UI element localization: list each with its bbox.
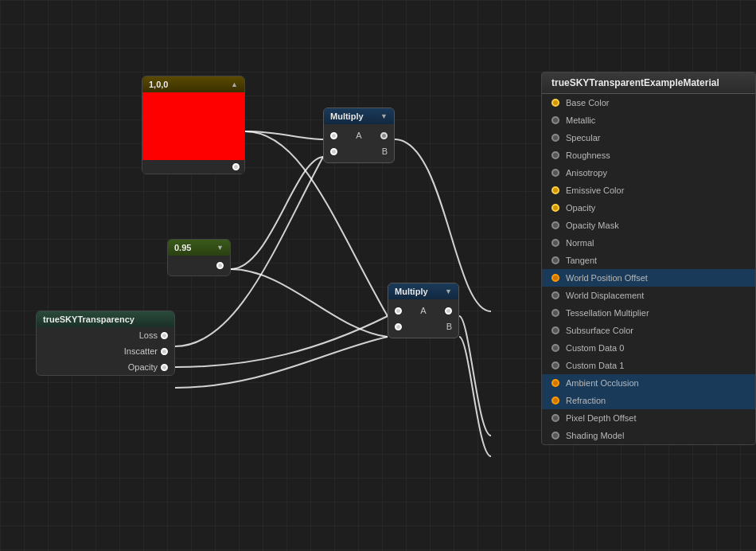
- pin-opacity[interactable]: Opacity: [542, 199, 755, 217]
- loss-output-pin[interactable]: [161, 332, 168, 339]
- pin-world-displacement[interactable]: World Displacement: [542, 287, 755, 304]
- pin-circle-base-color: [551, 99, 559, 107]
- pin-base-color[interactable]: Base Color: [542, 94, 755, 111]
- pin-label-custom1: Custom Data 1: [566, 361, 624, 370]
- pin-refraction[interactable]: Refraction: [542, 392, 755, 409]
- pin-label-normal: Normal: [566, 238, 594, 248]
- material-panel[interactable]: trueSKYTransparentExampleMaterial Base C…: [541, 72, 756, 445]
- pin-emissive-color[interactable]: Emissive Color: [542, 182, 755, 199]
- multiply-node-2[interactable]: Multiply ▼ A B: [388, 283, 459, 338]
- opacity-output-pin[interactable]: [161, 364, 168, 371]
- pin-tangent[interactable]: Tangent: [542, 252, 755, 269]
- multiply1-body: A B: [324, 124, 394, 162]
- pin-metallic[interactable]: Metallic: [542, 111, 755, 129]
- pin-label-world-displacement: World Displacement: [566, 291, 644, 300]
- pin-label-tessellation: Tessellation Multiplier: [566, 308, 649, 318]
- pin-opacity-mask[interactable]: Opacity Mask: [542, 217, 755, 234]
- pin-pixel-depth-offset[interactable]: Pixel Depth Offset: [542, 409, 755, 427]
- pin-circle-opacity-mask: [551, 221, 559, 229]
- pin-circle-tessellation: [551, 309, 559, 317]
- pin-subsurface-color[interactable]: Subsurface Color: [542, 322, 755, 339]
- scalar-arrow: ▼: [216, 244, 224, 252]
- scalar-node[interactable]: 0.95 ▼: [167, 239, 231, 276]
- color-output-pin[interactable]: [232, 163, 240, 170]
- pin-shading-model[interactable]: Shading Model: [542, 427, 755, 444]
- transparency-node-header: trueSKYTransparency: [37, 311, 174, 327]
- pin-circle-ambient-occlusion: [551, 379, 559, 387]
- multiply-node-1[interactable]: Multiply ▼ A B: [323, 107, 395, 163]
- pin-circle-tangent: [551, 256, 559, 264]
- pin-circle-subsurface: [551, 326, 559, 334]
- pin-ambient-occlusion[interactable]: Ambient Occlusion: [542, 374, 755, 392]
- pin-circle-custom1: [551, 361, 559, 369]
- pin-circle-opacity: [551, 204, 559, 212]
- pin-custom-data-0[interactable]: Custom Data 0: [542, 339, 755, 357]
- multiply2-a-label: A: [420, 306, 426, 315]
- pin-label-world-position-offset: World Position Offset: [566, 273, 648, 283]
- multiply1-arrow: ▼: [380, 112, 388, 120]
- canvas[interactable]: 1,0,0 ▲ 0.95 ▼ trueSKYTransparency Loss …: [0, 0, 756, 551]
- pin-label-specular: Specular: [566, 133, 600, 143]
- pin-custom-data-1[interactable]: Custom Data 1: [542, 357, 755, 374]
- pin-label-anisotropy: Anisotropy: [566, 168, 607, 178]
- pin-circle-shading-model: [551, 432, 559, 440]
- pin-circle-normal: [551, 239, 559, 247]
- pin-circle-emissive: [551, 186, 559, 194]
- multiply2-body: A B: [388, 299, 458, 338]
- multiply2-b-input[interactable]: [395, 323, 402, 330]
- inscatter-label: Inscatter: [124, 346, 158, 356]
- pin-label-metallic: Metallic: [566, 115, 595, 125]
- multiply2-a-input[interactable]: [395, 307, 402, 315]
- color-node-arrow: ▲: [231, 80, 238, 88]
- pin-specular[interactable]: Specular: [542, 129, 755, 147]
- multiply1-output[interactable]: [380, 132, 388, 139]
- color-node-title: 1,0,0: [149, 80, 168, 89]
- scalar-node-title: 0.95: [174, 243, 191, 252]
- pin-normal[interactable]: Normal: [542, 234, 755, 252]
- pin-label-base-color: Base Color: [566, 98, 609, 107]
- opacity-pin-label: Opacity: [128, 362, 158, 372]
- pin-label-ambient-occlusion: Ambient Occlusion: [566, 378, 639, 388]
- material-pins-list: Base Color Metallic Specular Roughness A…: [542, 94, 755, 444]
- pin-anisotropy[interactable]: Anisotropy: [542, 164, 755, 182]
- multiply1-title: Multiply: [330, 111, 364, 121]
- pin-circle-world-displacement: [551, 291, 559, 299]
- multiply2-b-row: B: [388, 318, 458, 334]
- multiply1-header: Multiply ▼: [324, 108, 394, 124]
- pin-label-roughness: Roughness: [566, 150, 610, 160]
- multiply2-arrow: ▼: [445, 287, 452, 295]
- inscatter-pin-row: Inscatter: [37, 343, 174, 359]
- multiply1-b-input[interactable]: [330, 148, 337, 155]
- pin-label-subsurface: Subsurface Color: [566, 326, 633, 335]
- scalar-node-body: [168, 256, 230, 276]
- multiply2-header: Multiply ▼: [388, 283, 458, 299]
- opacity-pin-row: Opacity: [37, 359, 174, 375]
- multiply1-b-row: B: [324, 143, 394, 159]
- color-constant-node[interactable]: 1,0,0 ▲: [142, 76, 245, 174]
- pin-world-position-offset[interactable]: World Position Offset: [542, 269, 755, 287]
- loss-pin-row: Loss: [37, 327, 174, 343]
- pin-label-shading-model: Shading Model: [566, 431, 624, 440]
- multiply2-output[interactable]: [445, 307, 452, 315]
- pin-circle-roughness: [551, 151, 559, 159]
- pin-label-refraction: Refraction: [566, 396, 606, 405]
- multiply1-a-row: A: [324, 127, 394, 143]
- color-preview: [142, 92, 244, 160]
- pin-circle-custom0: [551, 344, 559, 352]
- pin-circle-specular: [551, 134, 559, 142]
- pin-circle-anisotropy: [551, 169, 559, 177]
- multiply2-b-label: B: [446, 322, 452, 331]
- pin-label-custom0: Custom Data 0: [566, 343, 624, 353]
- transparency-node-title: trueSKYTransparency: [43, 315, 134, 324]
- transparency-node[interactable]: trueSKYTransparency Loss Inscatter Opaci…: [36, 311, 175, 376]
- scalar-output-pin[interactable]: [216, 262, 224, 269]
- pin-tessellation-multiplier[interactable]: Tessellation Multiplier: [542, 304, 755, 322]
- multiply2-title: Multiply: [395, 287, 428, 296]
- color-node-header: 1,0,0 ▲: [142, 76, 244, 92]
- pin-roughness[interactable]: Roughness: [542, 147, 755, 164]
- inscatter-output-pin[interactable]: [161, 348, 168, 355]
- pin-circle-pixel-depth: [551, 414, 559, 422]
- pin-label-tangent: Tangent: [566, 256, 597, 265]
- pin-label-emissive: Emissive Color: [566, 186, 624, 195]
- multiply1-a-input[interactable]: [330, 132, 337, 139]
